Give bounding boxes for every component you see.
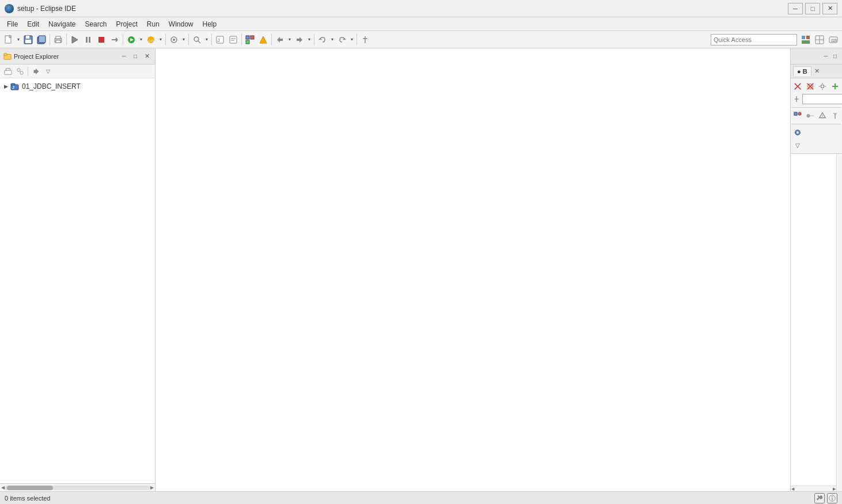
menu-search[interactable]: Search (80, 17, 111, 31)
menu-edit[interactable]: Edit (22, 17, 44, 31)
rp-add-btn[interactable] (829, 81, 841, 92)
back-button[interactable] (274, 33, 286, 46)
rp-vertical-scrollbar[interactable] (836, 154, 842, 491)
rp-row-2 (792, 93, 841, 105)
search-button[interactable] (191, 33, 203, 46)
minimize-button[interactable]: ─ (788, 3, 803, 14)
toolbar-separator-3 (123, 34, 123, 46)
undo-dropdown[interactable]: ▾ (329, 33, 335, 46)
rp-separator-h2 (792, 124, 841, 124)
svg-rect-32 (246, 40, 249, 44)
menu-window[interactable]: Window (164, 17, 198, 31)
maximize-button[interactable]: □ (805, 3, 820, 14)
project-explorer-close-btn[interactable]: ✕ (142, 52, 151, 61)
forward-dropdown[interactable]: ▾ (306, 33, 312, 46)
rp-pin-btn[interactable] (792, 93, 801, 105)
search-dropdown[interactable]: ▾ (204, 33, 210, 46)
right-panel-header: ─ □ (791, 48, 842, 65)
menu-project[interactable]: Project (111, 17, 142, 31)
menu-run[interactable]: Run (142, 17, 164, 31)
rp-delete-btn[interactable] (792, 81, 803, 92)
disconnect-button[interactable] (108, 33, 121, 46)
print-button[interactable] (52, 33, 65, 46)
close-button[interactable]: ✕ (822, 3, 837, 14)
svg-marker-10 (72, 36, 78, 43)
run-dropdown[interactable]: ▾ (138, 33, 144, 46)
perspective-btn-2[interactable] (257, 33, 270, 46)
ext-tools-dropdown[interactable]: ▾ (181, 33, 187, 46)
project-icon: J (10, 82, 20, 91)
keyboard-shortcuts-button[interactable]: ⌨ (827, 33, 840, 46)
quick-access-input[interactable] (711, 34, 797, 46)
status-info-btn[interactable] (827, 493, 837, 503)
menu-navigate[interactable]: Navigate (44, 17, 80, 31)
svg-rect-27 (230, 36, 237, 43)
svg-rect-41 (806, 36, 810, 39)
pause-button[interactable] (82, 33, 94, 46)
pe-restore-btn[interactable] (30, 66, 41, 77)
pin-button[interactable] (359, 33, 371, 46)
rp-nav2-btn[interactable] (805, 110, 816, 122)
rp-tab-close[interactable]: ✕ (813, 67, 822, 76)
svg-marker-37 (343, 38, 346, 40)
status-wrench-btn[interactable] (814, 493, 825, 503)
open-type-button[interactable]: J (214, 33, 226, 46)
redo-button[interactable] (336, 33, 348, 46)
ext-tools-button[interactable] (168, 33, 180, 46)
pe-link-with-editor-btn[interactable] (14, 66, 26, 77)
coverage-button[interactable]: cov (145, 33, 157, 46)
rp-maximize-btn[interactable]: □ (830, 52, 840, 61)
toolbar-separator-7 (241, 34, 242, 46)
pe-horizontal-scrollbar[interactable]: ◀ ▶ (0, 483, 155, 491)
redo-dropdown[interactable]: ▾ (349, 33, 355, 46)
rp-nav4-btn[interactable] (829, 110, 841, 122)
new-button[interactable] (2, 33, 15, 46)
rp-nav1-btn[interactable] (792, 110, 803, 122)
project-explorer-minimize-btn[interactable]: ─ (119, 52, 128, 61)
stop-button[interactable] (95, 33, 108, 46)
back-dropdown[interactable]: ▾ (287, 33, 293, 46)
rp-minimize-btn[interactable]: ─ (821, 52, 830, 61)
rp-chevron-down-btn[interactable]: ▽ (792, 139, 803, 151)
rp-delete2-btn[interactable] (805, 81, 816, 92)
svg-rect-6 (39, 36, 45, 43)
rp-search-input[interactable] (802, 94, 842, 104)
save-button[interactable] (22, 33, 35, 46)
perspective-layout-button[interactable] (813, 33, 826, 46)
project-explorer-maximize-btn[interactable]: □ (131, 52, 140, 61)
rp-scroll-left[interactable]: ◀ (791, 487, 794, 491)
run-button[interactable] (125, 33, 138, 46)
tree-item-01-jdbc-insert[interactable]: ▶ J 01_JDBC_INSERT (0, 81, 155, 92)
rp-circle-btn[interactable] (792, 127, 803, 138)
menu-help[interactable]: Help (198, 17, 222, 31)
undo-button[interactable] (316, 33, 329, 46)
rp-horizontal-scrollbar[interactable]: ◀ ▶ (791, 486, 836, 491)
pe-toolbar-separator (28, 67, 28, 76)
pe-scroll-track (5, 486, 150, 490)
forward-button[interactable] (293, 33, 306, 46)
rp-tab-b[interactable]: ● B (793, 66, 811, 76)
open-perspective-button[interactable] (799, 33, 812, 46)
pe-scroll-thumb[interactable] (7, 486, 53, 490)
pe-collapse-all-btn[interactable] (2, 66, 14, 77)
svg-marker-36 (318, 38, 322, 40)
menu-file[interactable]: File (2, 17, 22, 31)
rp-config-btn[interactable] (817, 81, 829, 92)
save-all-button[interactable] (35, 33, 48, 46)
open-resource-button[interactable] (227, 33, 240, 46)
perspective-btn-1[interactable] (244, 33, 256, 46)
new-dropdown[interactable]: ▾ (16, 33, 21, 46)
svg-text:⌨: ⌨ (831, 39, 837, 43)
svg-rect-11 (86, 37, 88, 43)
toolbar-separator-10 (356, 34, 357, 46)
pe-scroll-right[interactable]: ▶ (150, 485, 154, 490)
rp-nav3-btn[interactable] (817, 110, 829, 122)
debug-button[interactable] (69, 33, 81, 46)
toolbar-separator-5 (188, 34, 189, 46)
main-area: Project Explorer ─ □ ✕ ▽ ▶ (0, 48, 842, 491)
svg-point-73 (807, 114, 810, 117)
pe-view-menu-btn[interactable]: ▽ (42, 66, 54, 77)
rp-scroll-right[interactable]: ▶ (833, 487, 836, 491)
rp-row-5: ▽ (792, 139, 841, 151)
coverage-dropdown[interactable]: ▾ (158, 33, 164, 46)
